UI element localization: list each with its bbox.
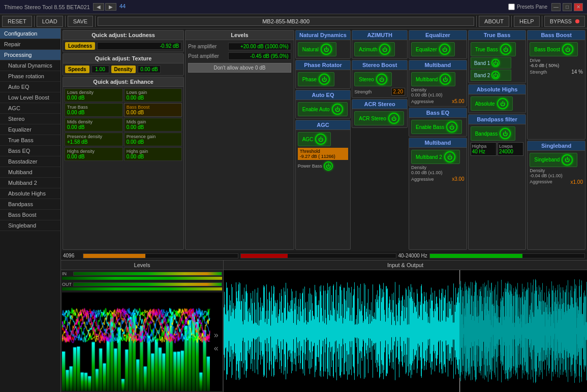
multiband2-power-btn[interactable]: ⏻ xyxy=(444,151,455,162)
azimuth-power-btn[interactable]: ⏻ xyxy=(379,44,390,55)
bass-boost-power-btn[interactable]: ⏻ xyxy=(562,44,573,55)
bandpass-btn[interactable]: Bandpass ⏻ xyxy=(471,126,515,141)
levels-monitor-title: Levels xyxy=(61,260,223,270)
absolute-highs-btn[interactable]: Absolute ⏻ xyxy=(471,96,513,111)
waveform-container xyxy=(224,270,587,392)
presets-pane-checkbox[interactable] xyxy=(508,4,515,10)
sidebar-item-true-bass[interactable]: True Bass xyxy=(0,135,60,146)
density-value: 0.00 dB xyxy=(138,66,161,73)
true-bass-power-btn[interactable]: ⏻ xyxy=(500,44,511,55)
reset-btn[interactable]: RESET xyxy=(2,16,32,27)
eq-power-btn[interactable]: ⏻ xyxy=(439,44,450,55)
stereo-strength-row: Strength 2.20 xyxy=(354,88,405,95)
sidebar-item-low-level-boost[interactable]: Low Level Boost xyxy=(0,92,60,103)
stereo-power-btn[interactable]: ⏻ xyxy=(376,74,387,85)
nav-arrows[interactable]: » « xyxy=(210,292,222,391)
app-title: Thimeo Stereo Tool 8.55 BETA021 xyxy=(4,4,90,10)
loudness-btn[interactable]: Loudness xyxy=(65,42,95,50)
absolute-highs-power-btn[interactable]: ⏻ xyxy=(497,98,508,109)
highpass-val: 40 Hz xyxy=(472,149,495,154)
sidebar-item-bass-eq[interactable]: Bass EQ xyxy=(0,146,60,156)
quick-texture-panel: Quick adjust: Texture Speeds 1.00 Densit… xyxy=(63,53,184,76)
band2-btn[interactable]: Band 2 ⏻ xyxy=(471,70,511,81)
sidebar-item-bandpass[interactable]: Bandpass xyxy=(0,199,60,210)
bass-eq-panel: Bass EQ Enable Bass ⏻ xyxy=(409,108,467,137)
prog-value: 4096 xyxy=(63,253,81,258)
acr-power-btn[interactable]: ⏻ xyxy=(388,113,399,124)
bypass-btn[interactable]: BYPASS xyxy=(544,16,585,27)
sidebar-item-absolute-highs[interactable]: Absolute Highs xyxy=(0,188,60,199)
band1-power-btn[interactable]: ⏻ xyxy=(491,59,500,67)
sidebar-item-configuration[interactable]: Configuration xyxy=(0,28,60,39)
sidebar-item-repair[interactable]: Repair xyxy=(0,39,60,50)
sidebar-item-basstadizer[interactable]: Basstadizer xyxy=(0,156,60,167)
main-container: Configuration Repair Processing Natural … xyxy=(0,28,587,392)
about-btn[interactable]: ABOUT xyxy=(479,16,509,27)
sidebar-item-multiband2[interactable]: Multiband 2 xyxy=(0,178,60,188)
phase-row: Phase ⏻ xyxy=(296,70,351,88)
stereo-btn[interactable]: Stereo ⏻ xyxy=(354,72,391,86)
bass-eq-btn[interactable]: Enable Bass ⏻ xyxy=(411,120,462,134)
bb-strength-row: Strength 14 % xyxy=(530,69,583,75)
dont-allow-btn[interactable]: Don't allow above 0 dB xyxy=(188,63,291,73)
singleband-btn[interactable]: Singleband ⏻ xyxy=(530,153,577,167)
autoeq-power-btn[interactable]: ⏻ xyxy=(332,104,343,115)
band2-power-btn[interactable]: ⏻ xyxy=(491,71,500,79)
absolute-highs-title: Absolute Highs xyxy=(469,85,526,94)
bandpass-panel: Bandpass filter Bandpass ⏻ Highpa 40 Hz xyxy=(468,114,527,250)
save-btn[interactable]: SAVE xyxy=(68,16,94,27)
true-bass-btn[interactable]: True Bass ⏻ xyxy=(471,42,516,56)
sidebar-item-processing[interactable]: Processing xyxy=(0,50,60,60)
autoeq-btn[interactable]: Enable Auto ⏻ xyxy=(298,102,348,116)
levels-col: Levels Pre amplifier +20.00 dB (1000.0%)… xyxy=(185,30,294,250)
sidebar-item-phase-rotation[interactable]: Phase rotation xyxy=(0,71,60,82)
multiband-power-btn[interactable]: ⏻ xyxy=(440,74,451,85)
singleband-panel: Singleband Singleband ⏻ Density -0.04 dB… xyxy=(527,141,585,250)
speeds-btn[interactable]: Speeds xyxy=(65,66,89,73)
phase-power-btn[interactable]: ⏻ xyxy=(319,74,330,85)
azimuth-btn[interactable]: Azimuth ⏻ xyxy=(354,42,395,56)
nav-forward-btn[interactable]: ▶ xyxy=(105,3,116,11)
sidebar-item-equalizer[interactable]: Equalizer xyxy=(0,124,60,135)
sidebar-item-natural-dynamics[interactable]: Natural Dynamics xyxy=(0,60,60,71)
band1-btn[interactable]: Band 1 ⏻ xyxy=(471,57,511,69)
bass-boost-btn[interactable]: Bass Boost ⏻ xyxy=(530,42,578,56)
power-bass-btn[interactable]: ⏻ xyxy=(324,161,333,171)
maximize-btn[interactable]: □ xyxy=(563,3,572,11)
density-btn[interactable]: Density xyxy=(111,66,136,73)
phase-btn[interactable]: Phase ⏻ xyxy=(298,72,334,86)
acr-stereo-panel: ACR Stereo ACR Stereo ⏻ xyxy=(352,99,408,128)
agc-btn[interactable]: AGC ⏻ xyxy=(298,132,331,146)
sidebar-item-agc[interactable]: AGC xyxy=(0,103,60,114)
sidebar-item-multiband[interactable]: Multiband xyxy=(0,167,60,178)
agc-threshold: Threshold -9.27 dB ( 11266) xyxy=(298,148,349,160)
singleband-power-btn[interactable]: ⏻ xyxy=(562,154,573,166)
acr-btn[interactable]: ACR Stereo ⏻ xyxy=(354,111,404,125)
menu-sep-6 xyxy=(542,16,542,27)
help-btn[interactable]: HELP xyxy=(514,16,540,27)
post-amp-label: Post amplifier xyxy=(188,53,226,59)
sidebar-item-stereo[interactable]: Stereo xyxy=(0,114,60,124)
sidebar-item-bass-boost[interactable]: Bass Boost xyxy=(0,210,60,220)
in-meters: IN xyxy=(61,270,223,281)
stereo-content: Stereo ⏻ Strength 2.20 xyxy=(352,70,407,97)
multiband-btn[interactable]: Multiband ⏻ xyxy=(411,72,455,86)
natural-btn[interactable]: Natural ⏻ xyxy=(298,42,336,56)
waveform-canvas xyxy=(224,270,587,392)
minimize-btn[interactable]: — xyxy=(551,3,561,11)
bass-eq-power-btn[interactable]: ⏻ xyxy=(446,121,457,133)
sidebar-item-singleband[interactable]: Singleband xyxy=(0,220,60,231)
agc-power-btn[interactable]: ⏻ xyxy=(315,134,326,145)
menu-sep-4 xyxy=(476,16,477,27)
load-btn[interactable]: LOAD xyxy=(37,16,63,27)
arrow-right-icon: » xyxy=(214,331,219,340)
sidebar-item-auto-eq[interactable]: Auto EQ xyxy=(0,82,60,92)
eq-btn[interactable]: Equalizer ⏻ xyxy=(411,42,455,56)
close-btn[interactable]: ✕ xyxy=(574,3,583,11)
stereo-title: Stereo Boost xyxy=(352,60,407,70)
nav-back-btn[interactable]: ◀ xyxy=(93,3,104,11)
multiband2-btn[interactable]: Multiband 2 ⏻ xyxy=(411,150,460,164)
prog-fill-red xyxy=(241,254,287,258)
natural-power-btn[interactable]: ⏻ xyxy=(321,44,332,55)
bandpass-power-btn[interactable]: ⏻ xyxy=(500,128,511,139)
